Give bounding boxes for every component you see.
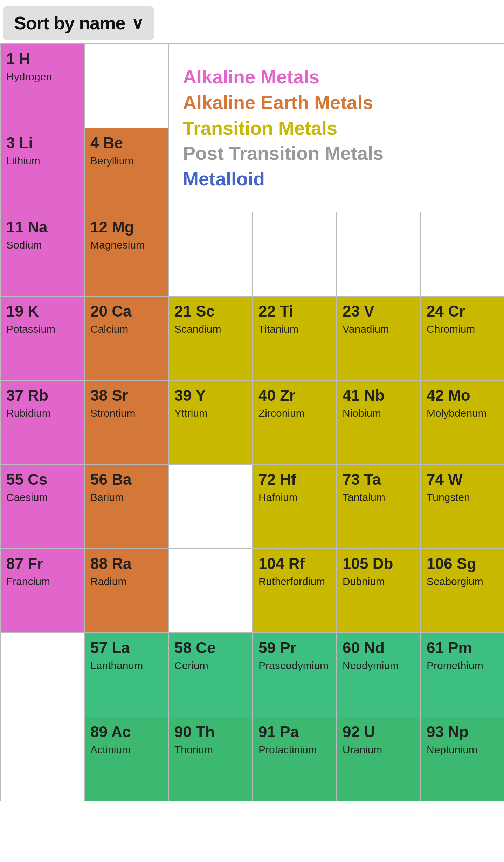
element-mg[interactable]: 12 MgMagnesium (85, 212, 169, 297)
element-numsym: 59 Pr (258, 639, 331, 656)
element-name: Tungsten (427, 491, 499, 503)
element-numsym: 39 Y (174, 387, 247, 404)
element-name: Promethium (427, 660, 499, 672)
legend-post_transition: Post Transition Metals (183, 142, 490, 165)
empty-cell-6-3 (421, 212, 504, 297)
sort-dropdown[interactable]: Sort by name ∨ (3, 6, 154, 40)
element-mo[interactable]: 42 MoMolybdenum (421, 381, 504, 465)
element-numsym: 73 Ta (343, 471, 415, 488)
element-fr[interactable]: 87 FrFrancium (1, 549, 85, 633)
element-numsym: 89 Ac (90, 724, 163, 740)
empty-cell-5-3 (337, 212, 421, 297)
element-name: Seaborgium (427, 576, 499, 588)
element-ta[interactable]: 73 TaTantalum (337, 465, 421, 549)
element-numsym: 40 Zr (258, 387, 331, 404)
element-name: Rubidium (6, 407, 78, 419)
element-pa[interactable]: 91 PaProtactinium (253, 717, 337, 801)
element-numsym: 19 K (6, 303, 78, 320)
element-ti[interactable]: 22 TiTitanium (253, 297, 337, 381)
element-np[interactable]: 93 NpNeptunium (421, 717, 504, 801)
element-numsym: 61 Pm (427, 639, 499, 656)
element-numsym: 41 Nb (343, 387, 415, 404)
empty-cell-4-3 (253, 212, 337, 297)
element-name: Potassium (6, 323, 78, 335)
element-numsym: 21 Sc (174, 303, 247, 320)
element-name: Vanadium (343, 323, 415, 335)
element-numsym: 20 Ca (90, 303, 163, 320)
element-numsym: 22 Ti (258, 303, 331, 320)
element-ca[interactable]: 20 CaCalcium (85, 297, 169, 381)
element-ac[interactable]: 89 AcActinium (85, 717, 169, 801)
element-numsym: 11 Na (6, 219, 78, 236)
element-db[interactable]: 105 DbDubnium (337, 549, 421, 633)
element-name: Sodium (6, 239, 78, 251)
periodic-table: Alkaline MetalsAlkaline Earth MetalsTran… (0, 43, 504, 801)
element-u[interactable]: 92 UUranium (337, 717, 421, 801)
element-name: Praseodymium (258, 660, 331, 672)
element-name: Barium (90, 491, 163, 503)
element-name: Yttrium (174, 407, 247, 419)
element-name: Actinium (90, 744, 163, 756)
element-k[interactable]: 19 KPotassium (1, 297, 85, 381)
element-numsym: 87 Fr (6, 555, 78, 572)
element-nd[interactable]: 60 NdNeodymium (337, 633, 421, 717)
element-w[interactable]: 74 WTungsten (421, 465, 504, 549)
element-name: Strontium (90, 407, 163, 419)
element-name: Chromium (427, 323, 499, 335)
element-na[interactable]: 11 NaSodium (1, 212, 85, 297)
empty-cell-1-9 (1, 717, 85, 801)
empty-cell-3-3 (169, 212, 253, 297)
element-name: Magnesium (90, 239, 163, 251)
element-be[interactable]: 4 BeBeryllium (85, 128, 169, 212)
element-rf[interactable]: 104 RfRutherfordium (253, 549, 337, 633)
element-nb[interactable]: 41 NbNiobium (337, 381, 421, 465)
element-numsym: 55 Cs (6, 471, 78, 488)
element-ra[interactable]: 88 RaRadium (85, 549, 169, 633)
element-pr[interactable]: 59 PrPraseodymium (253, 633, 337, 717)
element-cs[interactable]: 55 CsCaesium (1, 465, 85, 549)
element-th[interactable]: 90 ThThorium (169, 717, 253, 801)
legend-transition: Transition Metals (183, 117, 490, 140)
element-sc[interactable]: 21 ScScandium (169, 297, 253, 381)
chevron-down-icon: ∨ (131, 13, 143, 33)
element-name: Hydrogen (6, 71, 78, 83)
element-zr[interactable]: 40 ZrZirconium (253, 381, 337, 465)
element-h[interactable]: 1 HHydrogen (1, 44, 85, 128)
element-ce[interactable]: 58 CeCerium (169, 633, 253, 717)
element-name: Molybdenum (427, 407, 499, 419)
element-y[interactable]: 39 YYttrium (169, 381, 253, 465)
element-name: Lanthanum (90, 660, 163, 672)
element-numsym: 38 Sr (90, 387, 163, 404)
element-numsym: 1 H (6, 50, 78, 67)
element-name: Uranium (343, 744, 415, 756)
element-numsym: 92 U (343, 724, 415, 740)
element-name: Calcium (90, 323, 163, 335)
element-numsym: 56 Ba (90, 471, 163, 488)
element-la[interactable]: 57 LaLanthanum (85, 633, 169, 717)
element-name: Radium (90, 576, 163, 588)
element-name: Protactinium (258, 744, 331, 756)
element-name: Rutherfordium (258, 576, 331, 588)
element-numsym: 57 La (90, 639, 163, 656)
element-hf[interactable]: 72 HfHafnium (253, 465, 337, 549)
element-rb[interactable]: 37 RbRubidium (1, 381, 85, 465)
element-pm[interactable]: 61 PmPromethium (421, 633, 504, 717)
element-li[interactable]: 3 LiLithium (1, 128, 85, 212)
legend-alkaline_earth: Alkaline Earth Metals (183, 91, 490, 114)
element-ba[interactable]: 56 BaBarium (85, 465, 169, 549)
element-name: Tantalum (343, 491, 415, 503)
empty-cell-3-6 (169, 465, 253, 549)
element-numsym: 58 Ce (174, 639, 247, 656)
element-name: Neptunium (427, 744, 499, 756)
element-name: Lithium (6, 155, 78, 167)
element-cr[interactable]: 24 CrChromium (421, 297, 504, 381)
element-numsym: 24 Cr (427, 303, 499, 320)
element-sr[interactable]: 38 SrStrontium (85, 381, 169, 465)
legend: Alkaline MetalsAlkaline Earth MetalsTran… (169, 44, 504, 212)
element-sg[interactable]: 106 SgSeaborgium (421, 549, 504, 633)
element-v[interactable]: 23 VVanadium (337, 297, 421, 381)
element-numsym: 60 Nd (343, 639, 415, 656)
element-numsym: 72 Hf (258, 471, 331, 488)
element-name: Titanium (258, 323, 331, 335)
element-numsym: 3 Li (6, 135, 78, 151)
